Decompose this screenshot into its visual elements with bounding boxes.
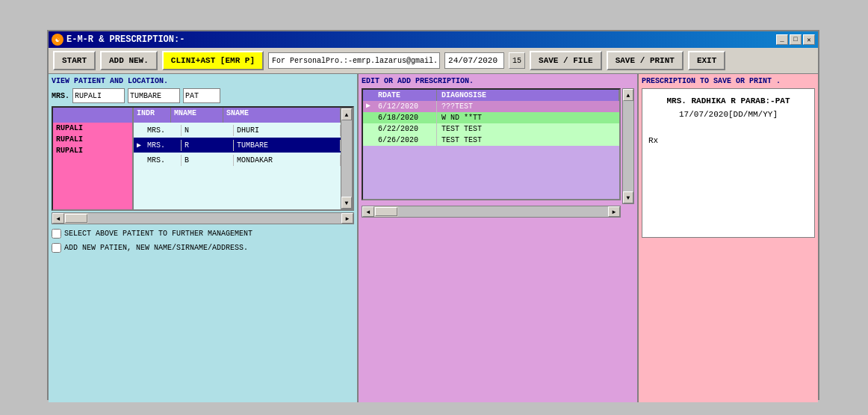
rx-row-2[interactable]: 6/22/2020 TEST TEST xyxy=(363,123,619,135)
patient-row-0[interactable]: MRS. N DHURI xyxy=(134,123,341,138)
left-panel-label: VIEW PATIENT AND LOCATION. xyxy=(52,77,354,85)
title-controls: _ □ ✕ xyxy=(776,34,815,45)
title-bar: ☯ E-M-R & PRESCRIPTION:- _ □ ✕ xyxy=(49,31,818,48)
rx-hscroll-right-btn[interactable]: ► xyxy=(608,206,620,217)
mid-panel: EDIT OR ADD PRESCRIPTION. RDATE DIAGNOSI… xyxy=(359,74,639,402)
checkbox-row-0: SELECT ABOVE PATIENT TO FURTHER MANAGEME… xyxy=(52,229,354,239)
row-arrow-1: ▶ xyxy=(134,141,144,150)
cell-indr-2: MRS. xyxy=(144,155,182,166)
close-button[interactable]: ✕ xyxy=(803,34,815,45)
app-icon: ☯ xyxy=(52,34,63,46)
rx-row-arrow-0: ▶ xyxy=(363,101,373,112)
cell-mname-1: R xyxy=(182,140,234,151)
patient-row-1[interactable]: ▶ MRS. R TUMBARE xyxy=(134,138,341,153)
hscroll-left-btn[interactable]: ◄ xyxy=(52,213,64,224)
vscroll-track xyxy=(341,120,352,197)
right-panel-label: PRESCRIPTION TO SAVE OR PRINT . xyxy=(642,77,815,85)
cell-mname-0: N xyxy=(182,125,234,136)
rx-arrow-col xyxy=(363,90,373,101)
patient-grid-vscroll[interactable]: ▲ ▼ xyxy=(341,108,353,209)
rx-row-1[interactable]: 6/18/2020 W ND **TT xyxy=(363,112,619,123)
rx-date-3: 6/26/2020 xyxy=(373,135,437,146)
save-print-button[interactable]: SAVE / PRINT xyxy=(607,51,683,70)
patient-grid-hscroll[interactable]: ◄ ► xyxy=(52,212,354,224)
rx-date-2: 6/22/2020 xyxy=(373,123,437,135)
grid-header-row: INDR MNAME SNAME xyxy=(134,108,341,123)
search-prefix-label: MRS. xyxy=(52,92,69,100)
prescription-rx: Rx xyxy=(648,135,808,148)
cell-sname-0: DHURI xyxy=(234,125,341,136)
header-mname: MNAME xyxy=(171,108,223,123)
add-new-button[interactable]: ADD NEW. xyxy=(100,51,158,70)
add-new-patient-checkbox[interactable] xyxy=(52,243,61,253)
cell-sname-2: MONDAKAR xyxy=(234,155,341,166)
rx-row-0[interactable]: ▶ 6/12/2020 ???TEST xyxy=(363,101,619,112)
rx-diag-2: TEST TEST xyxy=(437,123,619,135)
main-area: VIEW PATIENT AND LOCATION. MRS. RUPALI R… xyxy=(49,74,818,402)
row-arrow-0 xyxy=(134,126,144,135)
select-patient-label: SELECT ABOVE PATIENT TO FURTHER MANAGEME… xyxy=(64,230,252,238)
patient-name-1[interactable]: RUPALI xyxy=(53,134,132,145)
patient-col1-input[interactable] xyxy=(128,88,180,103)
rx-diag-3: TEST TEST xyxy=(437,135,619,146)
toolbar: START ADD NEW. CLINI+AST [EMR P] 15 SAVE… xyxy=(49,48,818,74)
start-button[interactable]: START xyxy=(53,51,96,70)
rx-header-row: RDATE DIAGNOSISE xyxy=(363,90,619,101)
row-arrow-2 xyxy=(134,156,144,165)
save-file-button[interactable]: SAVE / FILE xyxy=(530,51,602,70)
patient-row-2[interactable]: MRS. B MONDAKAR xyxy=(134,153,341,167)
cell-indr-0: MRS. xyxy=(144,125,182,136)
patient-name-2[interactable]: RUPALI xyxy=(53,145,132,156)
rx-hscroll-track xyxy=(398,206,608,217)
rx-diag-0: ???TEST xyxy=(437,101,619,112)
select-patient-checkbox[interactable] xyxy=(52,229,61,239)
calendar-button[interactable]: 15 xyxy=(509,52,525,69)
rx-row-arrow-1 xyxy=(363,112,373,123)
cell-sname-1: TUMBARE xyxy=(234,140,341,151)
rx-grid-container: RDATE DIAGNOSISE ▶ 6/12/2020 ???TEST 6/1… xyxy=(362,88,634,204)
patient-name-0[interactable]: RUPALI xyxy=(53,123,132,134)
checkbox-row-1: ADD NEW PATIEN, NEW NAME/SIRNAME/ADDRESS… xyxy=(52,243,354,253)
header-indr: INDR xyxy=(134,108,171,123)
window-title: E-M-R & PRESCRIPTION:- xyxy=(66,34,185,45)
clinic-button[interactable]: CLINI+AST [EMR P] xyxy=(162,51,264,70)
calendar-number: 15 xyxy=(512,57,521,65)
rx-header-date: RDATE xyxy=(373,90,437,101)
patient-search-input[interactable] xyxy=(72,88,125,103)
rx-row-3[interactable]: 6/26/2020 TEST TEST xyxy=(363,135,619,146)
rx-grid-hscroll[interactable]: ◄ ► xyxy=(362,206,621,218)
hscroll-thumb[interactable] xyxy=(65,214,87,223)
mid-panel-label: EDIT OR ADD PRESCRIPTION. xyxy=(362,77,634,85)
hscroll-track xyxy=(88,213,341,224)
prescription-line1: MRS. RADHIKA R PARAB:-PAT xyxy=(648,95,808,108)
cell-indr-1: MRS. xyxy=(144,140,182,151)
vscroll-up-btn[interactable]: ▲ xyxy=(341,108,352,120)
maximize-button[interactable]: □ xyxy=(790,34,802,45)
patient-name-column: RUPALI RUPALI RUPALI xyxy=(53,108,134,209)
main-window: ☯ E-M-R & PRESCRIPTION:- _ □ ✕ START ADD… xyxy=(47,30,819,400)
exit-button[interactable]: EXIT xyxy=(688,51,725,70)
hscroll-right-btn[interactable]: ► xyxy=(341,213,353,224)
right-panel: PRESCRIPTION TO SAVE OR PRINT . MRS. RAD… xyxy=(639,74,818,402)
add-new-patient-label: ADD NEW PATIEN, NEW NAME/SIRNAME/ADDRESS… xyxy=(64,244,248,252)
rx-row-arrow-3 xyxy=(363,135,373,146)
rx-hscroll-left-btn[interactable]: ◄ xyxy=(362,206,374,217)
patient-col2-input[interactable] xyxy=(183,88,220,103)
left-panel: VIEW PATIENT AND LOCATION. MRS. RUPALI R… xyxy=(49,74,359,402)
vscroll-down-btn[interactable]: ▼ xyxy=(341,197,352,209)
name-column-header xyxy=(53,108,132,123)
date-input[interactable] xyxy=(444,52,504,69)
rx-date-0: 6/12/2020 xyxy=(373,101,437,112)
rx-date-1: 6/18/2020 xyxy=(373,112,437,123)
prescription-line2: 17/07/2020[DD/MM/YY] xyxy=(648,108,808,122)
rx-vscroll-down-btn[interactable]: ▼ xyxy=(623,191,633,203)
rx-vscroll-up-btn[interactable]: ▲ xyxy=(623,89,633,101)
patient-grid: RUPALI RUPALI RUPALI INDR MNAME SNAME MR… xyxy=(52,106,354,211)
rx-grid-vscroll[interactable]: ▲ ▼ xyxy=(622,88,634,204)
minimize-button[interactable]: _ xyxy=(776,34,788,45)
email-input[interactable] xyxy=(268,52,440,69)
title-bar-left: ☯ E-M-R & PRESCRIPTION:- xyxy=(52,34,185,46)
prescription-box: MRS. RADHIKA R PARAB:-PAT 17/07/2020[DD/… xyxy=(642,88,815,238)
rx-grid: RDATE DIAGNOSISE ▶ 6/12/2020 ???TEST 6/1… xyxy=(362,88,621,200)
rx-hscroll-thumb[interactable] xyxy=(375,207,397,216)
